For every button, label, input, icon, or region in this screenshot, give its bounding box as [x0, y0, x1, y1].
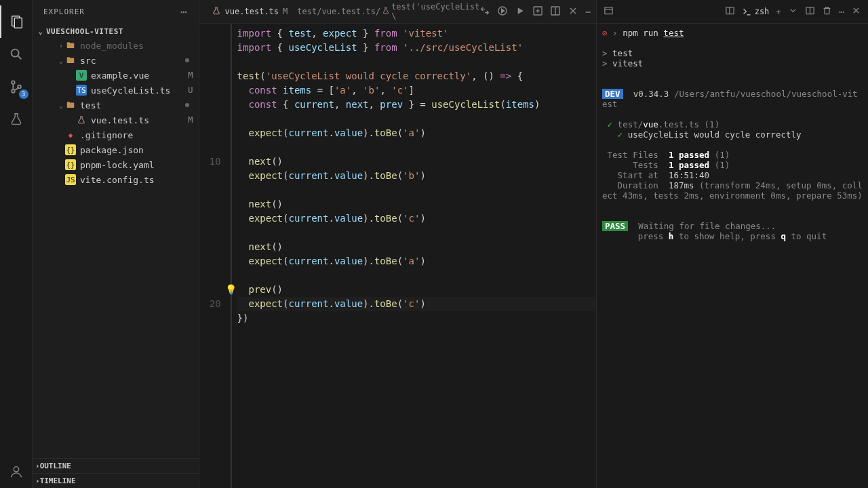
- flask-icon: [212, 6, 221, 18]
- svg-rect-1: [14, 18, 22, 28]
- line-gutter: 1020: [199, 24, 231, 488]
- tree-item-package-json[interactable]: {}package.json: [33, 142, 199, 157]
- activity-search-icon[interactable]: [0, 38, 33, 70]
- split-terminal-icon[interactable]: [805, 5, 815, 18]
- terminal-content[interactable]: ⊘ › npm run test > test > vitest DEV v0.…: [597, 24, 868, 488]
- timeline-panel-header[interactable]: › TIMELINE: [33, 473, 199, 488]
- svg-point-5: [12, 89, 15, 93]
- status-dot-icon: ⊘: [602, 28, 608, 38]
- vue-icon: V: [76, 70, 87, 81]
- breadcrumb[interactable]: test/vue.test.ts/ test('useCycleList \: [294, 2, 479, 21]
- tab-bar: vue.test.ts M test/vue.test.ts/ test('us…: [199, 0, 596, 24]
- file-label: package.json: [80, 145, 193, 155]
- ts-icon: TS: [76, 85, 87, 96]
- chevron-down-icon: ⌄: [35, 27, 46, 36]
- explorer-title: EXPLORER: [43, 7, 85, 16]
- activity-bar: 3: [0, 0, 33, 488]
- run-previous-icon[interactable]: [497, 5, 508, 18]
- breadcrumb-symbol: test('useCycleList \: [391, 2, 479, 21]
- more-icon[interactable]: ⋯: [839, 7, 844, 17]
- folder-icon: [65, 55, 76, 66]
- editor-group: vue.test.ts M test/vue.test.ts/ test('us…: [199, 0, 596, 488]
- tree-item-vue-test-ts[interactable]: vue.test.tsM: [33, 113, 199, 127]
- activity-explorer-icon[interactable]: [0, 5, 33, 38]
- chevron-right-icon: ›: [35, 462, 40, 470]
- tree-item-example-vue[interactable]: Vexample.vueM: [33, 68, 199, 83]
- close-icon[interactable]: [568, 5, 578, 18]
- run-icon[interactable]: [515, 5, 526, 18]
- tree-item-vite-config-ts[interactable]: JSvite.config.ts: [33, 172, 199, 187]
- layout-icon[interactable]: [604, 5, 614, 18]
- chevron-down-icon[interactable]: [788, 5, 798, 18]
- explorer-header: EXPLORER ⋯: [33, 0, 199, 24]
- git-status: M: [188, 115, 193, 125]
- project-name: VUESCHOOL-VITEST: [46, 27, 123, 36]
- breadcrumb-path: test/vue.test.ts/: [297, 7, 380, 16]
- lightbulb-icon[interactable]: 💡: [225, 283, 237, 297]
- activity-source-control-icon[interactable]: 3: [0, 70, 33, 103]
- chevron-icon: ⌄: [57, 57, 65, 64]
- git-status: M: [188, 70, 193, 80]
- tree-item-src[interactable]: ⌄src: [33, 53, 199, 68]
- git-icon: ◆: [65, 129, 76, 140]
- file-label: vue.test.ts: [91, 115, 185, 125]
- terminal-header: zsh + ⋯: [597, 0, 868, 24]
- tab-status: M: [283, 7, 288, 16]
- file-label: test: [80, 100, 185, 110]
- scm-badge: 3: [19, 89, 28, 99]
- file-label: pnpm-lock.yaml: [80, 160, 193, 170]
- json-icon: {}: [65, 159, 76, 170]
- outline-label: OUTLINE: [40, 462, 71, 470]
- outline-panel-header[interactable]: › OUTLINE: [33, 458, 199, 473]
- terminal-panel: zsh + ⋯ ⊘ › npm run test > test > vitest…: [596, 0, 868, 488]
- svg-point-2: [11, 49, 18, 57]
- file-label: node_modules: [80, 41, 193, 51]
- folder-icon: [65, 100, 76, 110]
- file-label: src: [80, 56, 185, 66]
- chevron-icon: ⌄: [57, 102, 65, 109]
- more-icon[interactable]: ⋯: [585, 7, 591, 17]
- tab-filename: vue.test.ts: [225, 7, 279, 16]
- file-label: vite.config.ts: [80, 175, 193, 185]
- file-label: example.vue: [91, 70, 185, 81]
- tab-actions: ⋯: [479, 5, 591, 18]
- tree-item-test[interactable]: ⌄test: [33, 98, 199, 113]
- svg-point-4: [12, 81, 15, 84]
- js-icon: JS: [65, 174, 76, 185]
- activity-account-icon[interactable]: [0, 455, 33, 488]
- json-icon: {}: [65, 144, 76, 155]
- dev-badge: DEV: [602, 89, 623, 99]
- file-label: useCycleList.ts: [91, 85, 185, 96]
- svg-line-3: [18, 56, 21, 60]
- panel-icon[interactable]: [725, 5, 735, 18]
- tree-item-pnpm-lock-yaml[interactable]: {}pnpm-lock.yaml: [33, 157, 199, 172]
- modified-dot-icon: [185, 58, 189, 62]
- git-status: U: [188, 85, 193, 95]
- svg-rect-16: [605, 7, 612, 14]
- explorer-more-icon[interactable]: ⋯: [180, 5, 188, 18]
- split-editor-icon[interactable]: [550, 5, 561, 18]
- tree-item--gitignore[interactable]: ◆.gitignore: [33, 127, 199, 142]
- tree-item-useCycleList-ts[interactable]: TSuseCycleList.tsU: [33, 83, 199, 98]
- split-add-icon[interactable]: [532, 5, 543, 18]
- chevron-icon: ›: [57, 42, 65, 49]
- explorer-sidebar: EXPLORER ⋯ ⌄ VUESCHOOL-VITEST ›node_modu…: [33, 0, 199, 488]
- new-terminal-icon[interactable]: +: [776, 7, 781, 17]
- compare-icon[interactable]: [479, 5, 490, 18]
- tree-item-node_modules[interactable]: ›node_modules: [33, 38, 199, 53]
- file-label: .gitignore: [80, 130, 193, 140]
- trash-icon[interactable]: [822, 5, 832, 18]
- timeline-label: TIMELINE: [40, 476, 76, 485]
- close-panel-icon[interactable]: [851, 5, 861, 18]
- modified-dot-icon: [185, 103, 189, 107]
- folder-icon: [65, 40, 76, 51]
- activity-testing-icon[interactable]: [0, 103, 33, 136]
- project-header[interactable]: ⌄ VUESCHOOL-VITEST: [33, 25, 199, 38]
- tab-vue-test[interactable]: vue.test.ts M: [205, 0, 295, 24]
- code-content[interactable]: import { test, expect } from 'vitest'imp…: [231, 24, 596, 488]
- flask-icon: [382, 7, 390, 17]
- code-editor[interactable]: 1020 import { test, expect } from 'vites…: [199, 24, 596, 488]
- terminal-shell[interactable]: zsh: [742, 7, 770, 17]
- flask-icon: [76, 115, 87, 125]
- pass-badge: PASS: [602, 221, 628, 231]
